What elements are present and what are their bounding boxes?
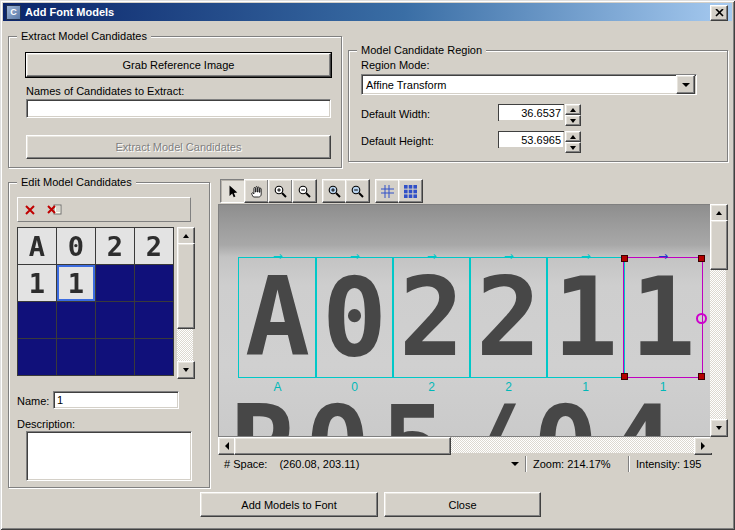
- title-bar: C Add Font Models: [3, 3, 732, 21]
- scroll-down-icon: [716, 426, 722, 430]
- candidate-cell-empty[interactable]: [18, 339, 56, 375]
- zoom-in-step-button[interactable]: [322, 179, 347, 203]
- canvas-vscrollbar[interactable]: [710, 204, 726, 435]
- scroll-right-icon: [701, 442, 705, 450]
- pointer-icon: [225, 184, 240, 199]
- resize-handle[interactable]: [621, 373, 628, 380]
- scroll-down-button[interactable]: [710, 419, 728, 437]
- resize-handle[interactable]: [621, 255, 628, 262]
- delete-candidate-button[interactable]: [18, 200, 42, 220]
- width-spin-up-button[interactable]: [565, 104, 581, 115]
- zoom-in-icon: [273, 184, 288, 199]
- edit-toolbar: [17, 197, 191, 222]
- candidate-cell[interactable]: 2: [135, 228, 173, 264]
- width-spin-down-button[interactable]: [565, 115, 581, 126]
- chevron-down-icon: [682, 83, 690, 87]
- spin-down-icon: [570, 146, 576, 150]
- extract-group: Extract Model Candidates Grab Reference …: [8, 36, 342, 168]
- model-description-input[interactable]: [26, 431, 192, 481]
- candidate-glyph: 0: [68, 231, 84, 262]
- candidate-cell-empty[interactable]: [135, 265, 173, 301]
- default-width-input[interactable]: [498, 104, 564, 121]
- add-models-to-font-button[interactable]: Add Models to Font: [200, 492, 378, 517]
- candidate-cell[interactable]: 2: [96, 228, 134, 264]
- statusbar-separator: [628, 456, 629, 472]
- intensity-readout: Intensity: 195: [630, 458, 707, 470]
- grid-outline-button[interactable]: [375, 179, 400, 203]
- reference-char: 1: [624, 258, 702, 377]
- resize-handle[interactable]: [698, 373, 705, 380]
- candidate-cell-empty[interactable]: [96, 339, 134, 375]
- model-name-input[interactable]: [53, 391, 179, 409]
- window-title: Add Font Models: [25, 6, 114, 18]
- space-label: # Space:: [218, 458, 273, 470]
- char-region-box[interactable]: A A: [238, 257, 317, 378]
- select-tool-button[interactable]: [220, 179, 245, 203]
- candidate-cell-empty[interactable]: [57, 302, 95, 338]
- region-group-title: Model Candidate Region: [357, 44, 486, 56]
- height-spin-up-button[interactable]: [565, 131, 581, 142]
- candidate-cell-empty[interactable]: [96, 265, 134, 301]
- model-candidate-region-group: Model Candidate Region Region Mode: Affi…: [348, 50, 728, 162]
- zoom-out-step-button[interactable]: [345, 179, 370, 203]
- char-region-box[interactable]: 0 0: [315, 257, 394, 378]
- extract-model-candidates-button[interactable]: Extract Model Candidates: [26, 135, 331, 159]
- scrollbar-thumb[interactable]: [710, 220, 728, 270]
- delete-all-candidates-button[interactable]: [42, 200, 66, 220]
- candidate-cell[interactable]: A: [18, 228, 56, 264]
- region-mode-select[interactable]: Affine Transform: [361, 74, 697, 95]
- hand-icon: [249, 184, 264, 199]
- dropdown-arrow-button[interactable]: [676, 75, 695, 94]
- rotate-handle[interactable]: [696, 313, 707, 324]
- scrollbar-thumb[interactable]: [234, 437, 451, 455]
- char-region-box-selected[interactable]: 1 1: [623, 257, 703, 378]
- default-width-label: Default Width:: [361, 108, 430, 120]
- candidate-cell-selected[interactable]: 1: [57, 265, 95, 301]
- grab-reference-image-button[interactable]: Grab Reference Image: [26, 53, 331, 77]
- char-region-box[interactable]: 2 2: [392, 257, 471, 378]
- zoom-in-tool-button[interactable]: [268, 179, 293, 203]
- scroll-down-button[interactable]: [177, 361, 195, 379]
- spin-up-icon: [570, 108, 576, 112]
- zoom-in-blue-icon: [327, 184, 342, 199]
- spin-down-icon: [570, 119, 576, 123]
- zoom-out-tool-button[interactable]: [292, 179, 317, 203]
- scroll-up-icon: [716, 211, 722, 215]
- candidate-cell-empty[interactable]: [96, 302, 134, 338]
- zoom-readout: Zoom: 214.17%: [527, 458, 627, 470]
- scrollbar-thumb[interactable]: [177, 243, 195, 329]
- image-canvas[interactable]: A A 0 0 2 2 2 2 1 1 1 1 P05/04: [218, 204, 711, 437]
- footer-close-button[interactable]: Close: [384, 492, 541, 517]
- char-region-box[interactable]: 1 1: [546, 257, 625, 378]
- reference-char: 2: [470, 258, 547, 377]
- names-of-candidates-label: Names of Candidates to Extract:: [26, 85, 184, 97]
- candidate-grid: A 0 2 2 1 1: [17, 227, 174, 376]
- canvas-hscrollbar[interactable]: [218, 437, 710, 453]
- delete-icon: [24, 204, 36, 216]
- add-font-models-dialog: C Add Font Models Extract Model Candidat…: [0, 0, 735, 530]
- space-combo[interactable]: # Space: (260.08, 203.11): [218, 455, 524, 474]
- height-spin-down-button[interactable]: [565, 142, 581, 153]
- candidate-cell[interactable]: 0: [57, 228, 95, 264]
- candidate-cell-empty[interactable]: [18, 302, 56, 338]
- candidate-cell-empty[interactable]: [135, 302, 173, 338]
- candidate-glyph: A: [29, 231, 45, 262]
- candidate-cell-empty[interactable]: [57, 339, 95, 375]
- candidate-cell[interactable]: 1: [18, 265, 56, 301]
- grid-filled-button[interactable]: [398, 179, 423, 203]
- close-button[interactable]: [710, 5, 728, 21]
- resize-handle[interactable]: [698, 255, 705, 262]
- scroll-down-icon: [183, 368, 189, 372]
- candidate-glyph: 1: [29, 268, 45, 299]
- statusbar-separator: [525, 456, 526, 472]
- space-dropdown-button[interactable]: [506, 456, 523, 473]
- spin-up-icon: [570, 135, 576, 139]
- space-coords: (260.08, 203.11): [273, 458, 365, 470]
- pan-tool-button[interactable]: [244, 179, 269, 203]
- candidate-grid-scrollbar[interactable]: [177, 227, 193, 377]
- candidate-names-input[interactable]: [26, 99, 331, 118]
- default-height-input[interactable]: [498, 131, 564, 148]
- char-region-box[interactable]: 2 2: [469, 257, 548, 378]
- reference-second-line: P05/04: [229, 383, 685, 437]
- candidate-cell-empty[interactable]: [135, 339, 173, 375]
